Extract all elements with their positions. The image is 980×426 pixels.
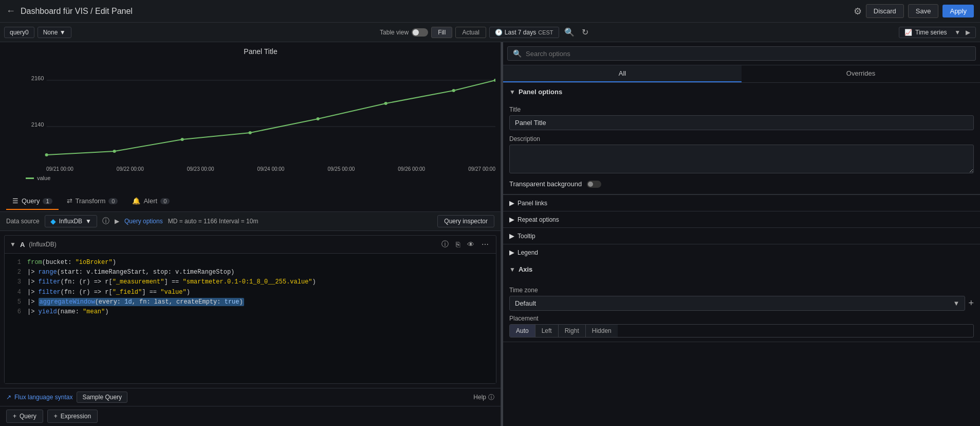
settings-icon[interactable]: ⚙ <box>854 6 862 17</box>
query-block-header: ▼ A (InfluxDB) ⓘ ⎘ 👁 ⋯ <box>5 236 496 254</box>
search-input[interactable] <box>526 50 970 58</box>
actual-button[interactable]: Actual <box>455 27 486 38</box>
query-tabs: ☰ Query 1 ⇄ Transform 0 🔔 Alert 0 <box>0 191 501 212</box>
legend-color <box>26 177 34 179</box>
svg-text:2140: 2140 <box>31 121 44 128</box>
placement-auto-button[interactable]: Auto <box>510 325 535 337</box>
discard-button[interactable]: Discard <box>866 4 904 18</box>
query-badge[interactable]: query0 <box>4 27 34 38</box>
query-meta: MD = auto = 1166 Interval = 10m <box>168 218 258 225</box>
chevron-right-icon: ▶ <box>509 232 514 240</box>
chevron-down-icon: ▼ <box>509 88 515 96</box>
collapse-button[interactable]: ▼ <box>10 241 16 248</box>
query-hide-button[interactable]: 👁 <box>465 239 476 250</box>
svg-point-5 <box>113 150 116 153</box>
placement-left-button[interactable]: Left <box>535 325 559 337</box>
bottom-toolbar: ↗ Flux language syntax Sample Query Help… <box>0 388 501 406</box>
time-range-picker[interactable]: 🕐 Last 7 days CEST <box>489 27 559 38</box>
datasource-label: Data source <box>6 218 40 225</box>
zoom-out-button[interactable]: 🔍 <box>562 26 577 38</box>
flux-link[interactable]: ↗ Flux language syntax <box>6 394 72 401</box>
title-field-label: Title <box>509 106 974 113</box>
transparent-label: Transparent background <box>509 180 582 188</box>
code-line-3: 3 |> filter(fn: (r) => r["_measurement"]… <box>7 277 494 287</box>
info-button[interactable]: ⓘ <box>102 217 109 226</box>
query-options-link[interactable]: Query options <box>124 218 163 225</box>
chart-container: Panel Title 2160 2140 <box>0 42 501 191</box>
influxdb-icon: ◆ <box>50 217 56 225</box>
panel-links-section[interactable]: ▶ Panel links <box>503 194 980 211</box>
tab-alert[interactable]: 🔔 Alert 0 <box>126 193 176 210</box>
transparent-row: Transparent background <box>509 180 974 188</box>
timezone-select[interactable]: Default ▼ <box>509 296 965 311</box>
datasource-select[interactable]: ◆ InfluxDB ▼ <box>45 215 97 227</box>
x-label-1: 09/22 00:00 <box>117 166 144 172</box>
topbar-right: ⚙ Discard Save Apply <box>854 4 974 18</box>
svg-point-10 <box>452 89 455 92</box>
refresh-button[interactable]: ↻ <box>580 26 590 38</box>
none-select[interactable]: None ▼ <box>38 27 71 38</box>
axis-section: ▼ Axis Time zone Default ▼ + Placement A… <box>503 260 980 342</box>
query-duplicate-button[interactable]: ⎘ <box>454 239 462 250</box>
description-textarea[interactable] <box>509 145 974 173</box>
tab-all[interactable]: All <box>503 65 742 82</box>
chevron-right-icon: ▶ <box>115 218 119 225</box>
search-icon: 🔍 <box>513 49 522 58</box>
panel-options-header[interactable]: ▼ Panel options <box>503 83 980 101</box>
add-query-button[interactable]: + Query <box>6 410 43 423</box>
title-input[interactable] <box>509 115 974 130</box>
code-editor[interactable]: 1 from(bucket: "ioBroker") 2 |> range(st… <box>5 254 496 383</box>
add-expression-button[interactable]: + Expression <box>47 410 98 423</box>
table-view-toggle[interactable]: Table view <box>380 28 428 37</box>
query-info-button[interactable]: ⓘ <box>439 239 451 250</box>
description-field-label: Description <box>509 135 974 143</box>
query-inspector-button[interactable]: Query inspector <box>437 215 494 227</box>
placement-label: Placement <box>509 315 974 322</box>
apply-button[interactable]: Apply <box>942 5 974 17</box>
help-button[interactable]: Help ⓘ <box>473 393 494 402</box>
table-toggle-switch[interactable] <box>412 28 428 37</box>
svg-point-6 <box>181 138 184 141</box>
right-panel: 🔍 All Overrides ▼ Panel options Title De… <box>503 42 980 426</box>
clock-icon: 🕐 <box>495 29 503 36</box>
external-link-icon: ↗ <box>6 394 11 401</box>
page-title: Dashboard für VIS / Edit Panel <box>21 7 133 16</box>
tab-transform[interactable]: ⇄ Transform 0 <box>61 193 124 210</box>
svg-point-9 <box>384 102 387 105</box>
placement-right-button[interactable]: Right <box>559 325 586 337</box>
code-line-5: 5 |> aggregateWindow(every: 1d, fn: last… <box>7 297 494 307</box>
svg-point-7 <box>249 131 252 134</box>
chart-svg: 2160 2140 <box>26 60 495 168</box>
datasource-row: Data source ◆ InfluxDB ▼ ⓘ ▶ Query optio… <box>0 212 501 231</box>
add-timezone-button[interactable]: + <box>968 298 974 309</box>
panel-type-select[interactable]: 📈 Time series ▼ ▶ <box>899 27 976 38</box>
x-label-4: 09/25 00:00 <box>327 166 355 172</box>
toolbar-center: Table view Fill Actual 🕐 Last 7 days CES… <box>380 26 590 38</box>
chevron-right-icon: ▶ <box>509 248 514 256</box>
x-label-3: 09/24 00:00 <box>257 166 285 172</box>
tab-query[interactable]: ☰ Query 1 <box>6 193 59 210</box>
sample-query-button[interactable]: Sample Query <box>77 392 127 403</box>
transparent-toggle[interactable] <box>587 181 601 188</box>
query-actions: ⓘ ⎘ 👁 ⋯ <box>439 239 491 250</box>
fill-button[interactable]: Fill <box>431 27 452 38</box>
x-label-2: 09/23 00:00 <box>187 166 214 172</box>
placement-hidden-button[interactable]: Hidden <box>586 325 618 337</box>
axis-section-header[interactable]: ▼ Axis <box>503 260 980 278</box>
repeat-options-section[interactable]: ▶ Repeat options <box>503 211 980 227</box>
tab-overrides[interactable]: Overrides <box>742 65 980 82</box>
query-icon: ☰ <box>12 197 19 205</box>
svg-point-11 <box>494 79 495 82</box>
chevron-down-icon: ▼ <box>953 299 960 307</box>
svg-point-8 <box>317 117 320 120</box>
tooltip-section[interactable]: ▶ Tooltip <box>503 227 980 244</box>
back-icon[interactable]: ← <box>6 6 15 16</box>
expand-icon: ▶ <box>966 29 970 36</box>
chart-title: Panel Title <box>26 47 495 56</box>
code-line-1: 1 from(bucket: "ioBroker") <box>7 258 494 268</box>
query-delete-button[interactable]: ⋯ <box>479 239 491 250</box>
chart-area: 2160 2140 <box>26 60 495 173</box>
query-block: ▼ A (InfluxDB) ⓘ ⎘ 👁 ⋯ 1 from(bucket: "i… <box>4 235 496 384</box>
save-button[interactable]: Save <box>908 4 939 18</box>
legend-section[interactable]: ▶ Legend <box>503 244 980 260</box>
